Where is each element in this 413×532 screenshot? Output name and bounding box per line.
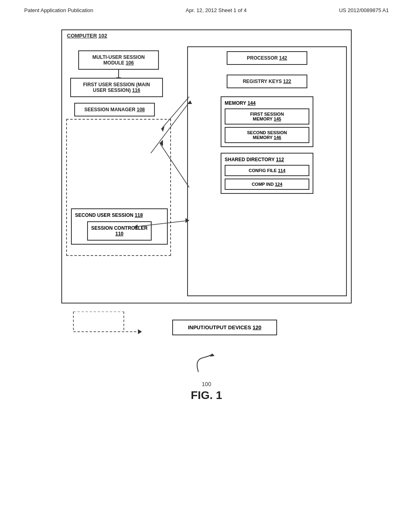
figure-number: 100 (202, 381, 211, 387)
shared-directory-box: SHARED DIRECTORY 112 CONFIG FILE 114 COM… (221, 153, 313, 194)
config-file-box: CONFIG FILE 114 (225, 165, 309, 176)
dashed-session-area: SECOND USER SESSION 118 SESSION CONTROLL… (66, 119, 171, 256)
patent-page: Patent Application Publication Apr. 12, … (0, 0, 413, 402)
second-session-memory-box: SECOND SESSION MEMORY 146 (225, 127, 309, 143)
first-user-session-box: FIRST USER SESSION (MAIN USER SESSION) 1… (70, 78, 163, 97)
inner-layout: MULTI-USER SESSION MODULE 106 FIRST USER… (66, 46, 347, 296)
memory-box: MEMORY 144 FIRST SESSION MEMORY 145 SECO… (221, 96, 313, 147)
io-row: INPUT/OUTPUT DEVICES 120 (61, 312, 352, 336)
comp-ind-box: COMP IND 124 (225, 179, 309, 190)
header-right: US 2012/0089875 A1 (339, 7, 389, 13)
squiggle-symbol (190, 352, 223, 378)
squiggle-svg (190, 352, 223, 376)
second-user-session-box: SECOND USER SESSION 118 SESSION CONTROLL… (71, 208, 168, 245)
left-column: MULTI-USER SESSION MODULE 106 FIRST USER… (66, 46, 179, 296)
patent-header: Patent Application Publication Apr. 12, … (0, 0, 413, 17)
figure-area: 100 FIG. 1 (190, 344, 223, 402)
computer-box: COMPUTER 102 MULTI-USER SESSION MODULE 1… (61, 29, 352, 303)
first-session-memory-box: FIRST SESSION MEMORY 145 (225, 108, 309, 125)
io-devices-box: INPUT/OUTPUT DEVICES 120 (172, 320, 277, 335)
processor-box: PROCESSOR 142 (227, 51, 307, 65)
session-controller-box: SESSION CONTROLLER 110 (87, 221, 152, 241)
right-column: PROCESSOR 142 REGISTRY KEYS 122 MEMORY 1… (187, 46, 347, 296)
arrow-multi-to-first (118, 70, 119, 78)
shared-dir-label: SHARED DIRECTORY 112 (225, 157, 309, 162)
multi-user-session-box: MULTI-USER SESSION MODULE 106 (78, 50, 159, 70)
header-middle: Apr. 12, 2012 Sheet 1 of 4 (186, 7, 246, 13)
diagram-container: COMPUTER 102 MULTI-USER SESSION MODULE 1… (0, 17, 413, 402)
session-manager-box: SEESSION MANAGER 108 (74, 103, 155, 116)
header-left: Patent Application Publication (24, 7, 93, 13)
second-user-label: SECOND USER SESSION 118 (75, 212, 164, 218)
figure-label: FIG. 1 (191, 389, 222, 402)
computer-label: COMPUTER 102 (67, 33, 107, 39)
svg-marker-11 (138, 329, 142, 334)
registry-keys-box: REGISTRY KEYS 122 (227, 75, 307, 88)
memory-label: MEMORY 144 (225, 100, 309, 106)
